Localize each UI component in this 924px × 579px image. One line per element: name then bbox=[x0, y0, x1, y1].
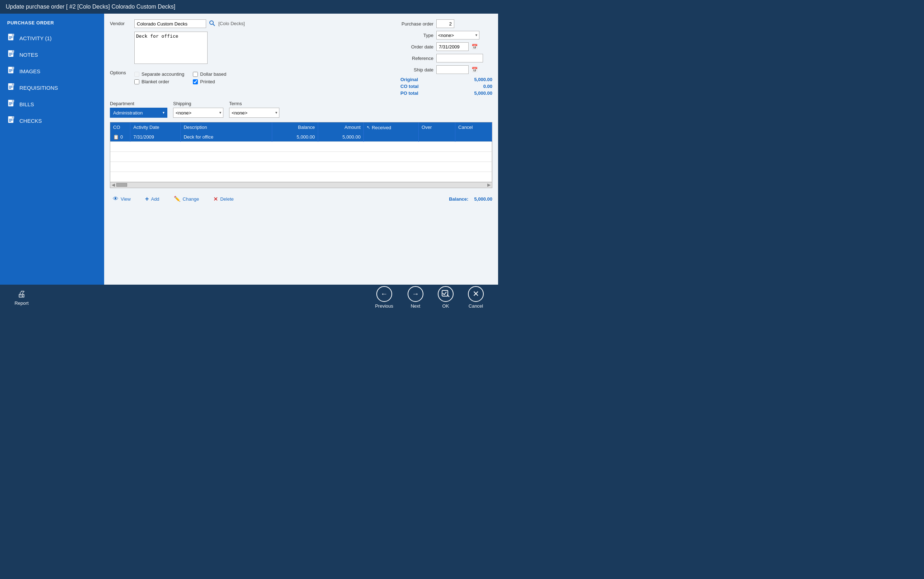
next-button[interactable]: → Next bbox=[400, 284, 431, 311]
summary-section: Original 5,000.00 CO total 0.00 PO total… bbox=[398, 77, 492, 96]
cursor-icon: ↖ bbox=[367, 125, 370, 130]
original-label: Original bbox=[400, 77, 418, 82]
add-label: Add bbox=[151, 196, 159, 202]
view-button[interactable]: 👁 View bbox=[110, 194, 134, 203]
sidebar-item-images-label: IMAGES bbox=[20, 68, 40, 74]
footer-nav: ← Previous → Next OK ✕ Cancel bbox=[368, 284, 491, 311]
table-row-empty-2 bbox=[110, 152, 492, 162]
report-icon: 🖨 bbox=[17, 289, 26, 299]
po-number-row: Purchase order bbox=[398, 20, 492, 28]
window-title: Update purchase order [ #2 [Colo Decks] … bbox=[6, 3, 175, 10]
view-icon: 👁 bbox=[113, 196, 118, 202]
separate-accounting-checkbox[interactable] bbox=[134, 72, 139, 77]
reference-input[interactable] bbox=[436, 54, 483, 62]
vendor-label: Vendor bbox=[110, 20, 131, 26]
vendor-description-input[interactable]: Deck for office bbox=[134, 31, 208, 64]
delete-button[interactable]: ✕ Delete bbox=[210, 194, 237, 204]
printed-checkbox[interactable] bbox=[193, 79, 198, 84]
po-total-value: 5,000.00 bbox=[464, 90, 492, 96]
order-date-label: Order date bbox=[398, 44, 433, 49]
separate-accounting-label: Separate accounting bbox=[141, 72, 184, 77]
cell-co: 📋 0 bbox=[110, 132, 130, 142]
next-icon: → bbox=[408, 286, 423, 302]
cancel-button[interactable]: ✕ Cancel bbox=[461, 284, 491, 311]
title-bar: Update purchase order [ #2 [Colo Decks] … bbox=[0, 0, 498, 14]
sidebar-item-bills[interactable]: BILLS bbox=[0, 96, 104, 112]
order-date-calendar-button[interactable]: 📅 bbox=[472, 44, 478, 49]
activity-table: CO Activity Date Description Balance Amo… bbox=[110, 123, 492, 182]
shipping-label: Shipping bbox=[173, 101, 223, 106]
add-button[interactable]: + Add bbox=[142, 194, 162, 204]
sidebar-item-checks[interactable]: CHECKS bbox=[0, 112, 104, 129]
ok-button[interactable]: OK bbox=[431, 284, 461, 311]
svg-rect-26 bbox=[12, 116, 14, 118]
ship-date-row: Ship date 📅 bbox=[398, 65, 492, 74]
previous-button[interactable]: ← Previous bbox=[368, 284, 400, 311]
col-amount: Amount bbox=[318, 123, 364, 132]
ship-date-input[interactable] bbox=[436, 65, 469, 74]
terms-group: Terms <none> bbox=[229, 101, 279, 118]
delete-label: Delete bbox=[220, 196, 234, 202]
previous-icon: ← bbox=[376, 286, 392, 302]
sidebar-item-requisitions[interactable]: REQUISITIONS bbox=[0, 79, 104, 96]
dept-shipping-row: Department Administration Shipping <none… bbox=[110, 101, 492, 118]
options-row: Options Separate accounting Blanket orde… bbox=[110, 69, 392, 89]
table-row-empty-3 bbox=[110, 162, 492, 172]
po-number-input[interactable] bbox=[436, 20, 454, 28]
po-total-row: PO total 5,000.00 bbox=[400, 90, 492, 96]
cell-activity-date: 7/31/2009 bbox=[130, 132, 181, 142]
cell-description: Deck for office bbox=[181, 132, 272, 142]
department-select[interactable]: Administration bbox=[110, 108, 167, 118]
sidebar-item-images[interactable]: IMAGES bbox=[0, 63, 104, 79]
shipping-select[interactable]: <none> bbox=[173, 108, 223, 118]
balance-display: Balance: 5,000.00 bbox=[449, 196, 492, 202]
ship-date-calendar-button[interactable]: 📅 bbox=[472, 67, 478, 72]
ok-label: OK bbox=[442, 303, 449, 309]
change-button[interactable]: ✏️ Change bbox=[171, 194, 202, 203]
dollar-based-checkbox[interactable] bbox=[193, 72, 198, 77]
reference-row: Reference bbox=[398, 54, 492, 62]
printed-row: Printed bbox=[193, 79, 226, 84]
terms-select[interactable]: <none> bbox=[229, 108, 279, 118]
cell-over bbox=[419, 132, 455, 142]
change-icon: ✏️ bbox=[174, 196, 181, 202]
horizontal-scrollbar[interactable]: ◀ ▶ bbox=[110, 182, 492, 188]
delete-icon: ✕ bbox=[213, 196, 218, 203]
svg-rect-6 bbox=[12, 50, 14, 52]
change-label: Change bbox=[183, 196, 199, 202]
original-row: Original 5,000.00 bbox=[400, 77, 492, 82]
shipping-select-wrapper: <none> bbox=[173, 108, 223, 118]
cell-received bbox=[364, 132, 419, 142]
activity-table-container: CO Activity Date Description Balance Amo… bbox=[110, 122, 492, 188]
type-row: Type <none> bbox=[398, 31, 492, 39]
sidebar-item-activity[interactable]: ACTIVITY (1) bbox=[0, 30, 104, 46]
cell-balance: 5,000.00 bbox=[272, 132, 318, 142]
ok-icon bbox=[438, 286, 454, 302]
sidebar-item-notes-label: NOTES bbox=[20, 52, 38, 58]
ship-date-label: Ship date bbox=[398, 67, 433, 72]
col-description: Description bbox=[181, 123, 272, 132]
dollar-based-row: Dollar based bbox=[193, 72, 226, 77]
scroll-thumb[interactable] bbox=[116, 183, 127, 186]
type-select-wrapper: <none> bbox=[436, 31, 479, 39]
sidebar-item-bills-label: BILLS bbox=[20, 101, 34, 107]
separate-accounting-row: Separate accounting bbox=[134, 72, 184, 77]
sidebar-item-notes[interactable]: NOTES bbox=[0, 46, 104, 63]
document-icon-bills bbox=[7, 100, 15, 109]
sidebar-item-requisitions-label: REQUISITIONS bbox=[20, 85, 58, 91]
vendor-name-input[interactable] bbox=[134, 20, 206, 28]
co-total-label: CO total bbox=[400, 83, 419, 89]
col-co: CO bbox=[110, 123, 130, 132]
description-wrapper: Deck for office bbox=[134, 31, 208, 65]
blanket-order-checkbox[interactable] bbox=[134, 79, 139, 84]
report-button[interactable]: 🖨 Report bbox=[7, 287, 36, 308]
document-icon-images bbox=[7, 66, 15, 76]
order-date-input[interactable] bbox=[436, 43, 469, 51]
department-select-wrapper: Administration bbox=[110, 108, 167, 118]
type-select[interactable]: <none> bbox=[436, 31, 479, 39]
previous-label: Previous bbox=[375, 303, 393, 309]
left-form: Vendor [Colo Decks] bbox=[110, 20, 392, 97]
svg-point-30 bbox=[210, 21, 213, 25]
table-row[interactable]: 📋 0 7/31/2009 Deck for office 5,000.00 5… bbox=[110, 132, 492, 142]
vendor-search-button[interactable] bbox=[209, 20, 215, 28]
